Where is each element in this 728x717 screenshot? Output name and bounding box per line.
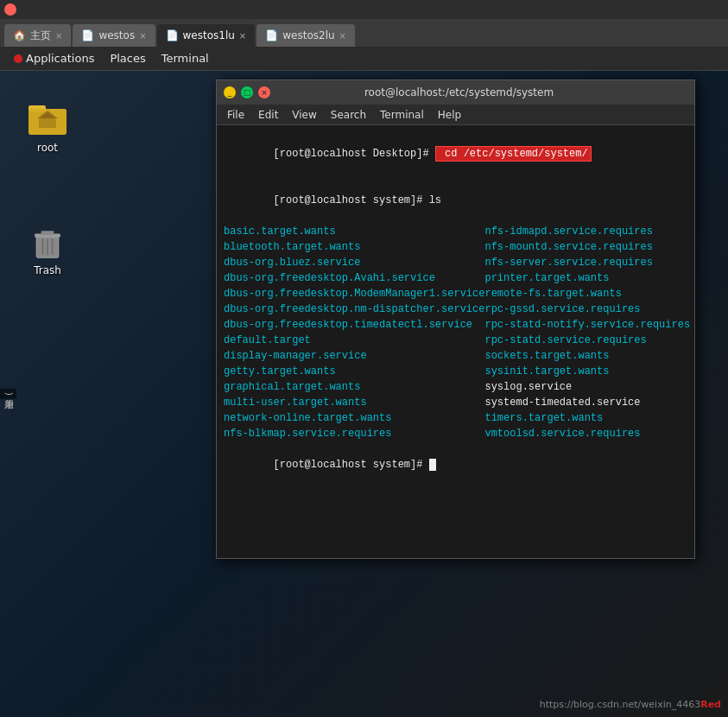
watermark: https://blog.csdn.net/weixin_4463Red <box>540 699 721 710</box>
terminal-titlebar: _ □ × root@localhost:/etc/systemd/system <box>217 80 694 105</box>
trash-icon-svg <box>28 223 66 261</box>
file-item-left: dbus-org.freedesktop.Avahi.service <box>224 270 484 286</box>
term-menu-terminal[interactable]: Terminal <box>375 107 429 123</box>
file-item-left: getty.target.wants <box>224 364 484 379</box>
terminal-minimize-btn[interactable]: _ <box>224 86 236 98</box>
tab-home-label: 主页 <box>30 29 51 43</box>
tab-westos1lu-close[interactable]: × <box>239 31 246 41</box>
cursor <box>429 459 436 471</box>
file-item-left: basic.target.wants <box>224 224 484 239</box>
term-menu-edit[interactable]: Edit <box>253 107 283 123</box>
svg-rect-7 <box>41 231 54 235</box>
terminal-label: Terminal <box>161 52 209 65</box>
tab-westos-label: westos <box>98 29 135 41</box>
trash-icon-label: Trash <box>34 264 61 276</box>
term-line-2: [root@localhost system]# ls <box>224 177 687 224</box>
watermark-red: Red <box>700 699 721 710</box>
tab-westos[interactable]: 📄 westos × <box>73 24 155 47</box>
term-menu-view[interactable]: View <box>287 107 321 123</box>
titlebar-buttons: _ □ × <box>224 86 270 98</box>
file-item-right: sockets.target.wants <box>484 348 690 364</box>
root-icon-label: root <box>37 142 58 154</box>
tab-westos2lu-icon: 📄 <box>265 29 278 41</box>
term-menu-file[interactable]: File <box>222 107 250 123</box>
file-item-right: nfs-server.service.requires <box>484 255 690 270</box>
tab-bar: 🏠 主页 × 📄 westos × 📄 westos1lu × 📄 westos… <box>0 19 728 47</box>
top-bar <box>0 0 728 19</box>
prompt-1: [root@localhost Desktop]# <box>274 148 435 160</box>
tab-home-icon: 🏠 <box>13 29 26 41</box>
file-item-right: systemd-timedated.service <box>484 395 690 410</box>
file-col-left: basic.target.wantsbluetooth.target.wants… <box>224 224 484 441</box>
menu-applications[interactable]: Applications <box>7 49 101 67</box>
tab-westos2lu-label: westos2lu <box>282 29 334 41</box>
file-item-left: dbus-org.freedesktop.ModemManager1.servi… <box>224 286 484 301</box>
tab-westos1lu[interactable]: 📄 westos1lu × <box>157 24 256 47</box>
file-item-right: nfs-idmapd.service.requires <box>484 224 690 239</box>
terminal-content[interactable]: [root@localhost Desktop]# cd /etc/system… <box>217 125 694 558</box>
terminal-window: _ □ × root@localhost:/etc/systemd/system… <box>216 79 695 559</box>
file-item-right: vmtoolsd.service.requires <box>484 426 690 441</box>
file-item-left: multi-user.target.wants <box>224 395 484 410</box>
desktop-icon-root[interactable]: root <box>27 97 68 154</box>
file-listing: basic.target.wantsbluetooth.target.wants… <box>224 224 687 441</box>
tab-westos1lu-icon: 📄 <box>166 29 179 41</box>
tab-westos2lu[interactable]: 📄 westos2lu × <box>256 24 355 47</box>
file-item-right: printer.target.wants <box>484 270 690 286</box>
file-item-left: graphical.target.wants <box>224 379 484 395</box>
prompt-2: [root@localhost system]# ls <box>274 194 441 206</box>
terminal-maximize-btn[interactable]: □ <box>241 86 253 98</box>
applications-dot-icon <box>14 54 22 63</box>
desktop-icon-trash[interactable]: Trash <box>28 223 66 276</box>
file-item-left: dbus-org.bluez.service <box>224 255 484 270</box>
file-col-right: nfs-idmapd.service.requiresnfs-mountd.se… <box>484 224 690 441</box>
window-close-btn[interactable] <box>4 3 16 16</box>
term-menu-help[interactable]: Help <box>433 107 466 123</box>
menu-places[interactable]: Places <box>103 49 152 67</box>
term-line-final: [root@localhost system]# <box>224 441 687 488</box>
tab-westos1lu-label: westos1lu <box>183 29 235 41</box>
places-label: Places <box>110 52 145 65</box>
file-item-right: syslog.service <box>484 379 690 395</box>
file-item-right: nfs-mountd.service.requires <box>484 239 690 255</box>
applications-label: Applications <box>26 52 94 65</box>
side-hint: 兼用) <box>0 389 16 399</box>
file-item-left: nfs-blkmap.service.requires <box>224 426 484 441</box>
menu-bar: Applications Places Terminal <box>0 47 728 71</box>
file-item-right: rpc-statd-notify.service.requires <box>484 317 690 333</box>
file-item-left: default.target <box>224 333 484 348</box>
file-item-left: display-manager.service <box>224 348 484 364</box>
terminal-close-btn[interactable]: × <box>258 86 270 98</box>
tab-home[interactable]: 🏠 主页 × <box>4 24 71 47</box>
final-prompt: [root@localhost system]# <box>274 459 429 471</box>
file-item-left: dbus-org.freedesktop.timedatectl.service <box>224 317 484 333</box>
menu-terminal[interactable]: Terminal <box>155 49 216 67</box>
file-item-right: rpc-statd.service.requires <box>484 333 690 348</box>
watermark-text: https://blog.csdn.net/weixin_4463 <box>540 699 701 710</box>
cmd-cd: cd /etc/systemd/system/ <box>435 146 592 162</box>
file-item-right: rpc-gssd.service.requires <box>484 301 690 317</box>
tab-westos-close[interactable]: × <box>139 31 146 41</box>
file-item-right: sysinit.target.wants <box>484 364 690 379</box>
folder-icon-svg <box>27 97 68 138</box>
file-item-left: dbus-org.freedesktop.nm-dispatcher.servi… <box>224 301 484 317</box>
tab-westos2lu-close[interactable]: × <box>339 31 346 41</box>
term-menu-search[interactable]: Search <box>326 107 371 123</box>
file-item-left: bluetooth.target.wants <box>224 239 484 255</box>
terminal-menu: File Edit View Search Terminal Help <box>217 105 694 125</box>
tab-home-close[interactable]: × <box>55 31 62 41</box>
term-line-1: [root@localhost Desktop]# cd /etc/system… <box>224 130 687 177</box>
file-item-right: remote-fs.target.wants <box>484 286 690 301</box>
tab-westos-icon: 📄 <box>81 29 94 41</box>
file-item-left: network-online.target.wants <box>224 410 484 426</box>
file-item-right: timers.target.wants <box>484 410 690 426</box>
desktop: 兼用) root <box>0 71 728 717</box>
terminal-title: root@localhost:/etc/systemd/system <box>270 86 648 98</box>
